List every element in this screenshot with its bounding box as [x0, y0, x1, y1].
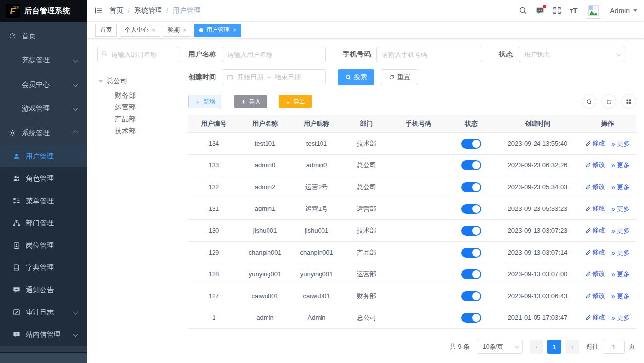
user-menu[interactable]: Admin: [610, 7, 637, 15]
cell-status: [446, 220, 496, 242]
menu-tree-icon: [13, 197, 20, 205]
status-select[interactable]: 用户状态: [519, 47, 625, 62]
status-toggle[interactable]: [461, 139, 481, 149]
next-page-button[interactable]: ›: [565, 340, 579, 354]
sidebar-item-system[interactable]: 系统管理: [0, 121, 87, 145]
more-link[interactable]: 更多: [611, 205, 630, 213]
cell-dept: 财务部: [342, 285, 390, 307]
edit-link[interactable]: 修改: [586, 291, 605, 300]
reset-button[interactable]: 重置: [381, 69, 418, 85]
sidebar-item-game[interactable]: 游戏管理: [0, 97, 87, 121]
sidebar-item-member[interactable]: 会员中心: [0, 72, 87, 97]
date-range-picker[interactable]: 开始日期 结束日期: [222, 69, 326, 85]
dept-tree: 总公司 财务部 运营部 产品部 技术部: [97, 75, 179, 137]
breadcrumb-current: 用户管理: [173, 6, 201, 15]
more-link[interactable]: 更多: [611, 139, 630, 148]
sidebar-item-mail-mgmt[interactable]: 站内信管理: [0, 323, 87, 346]
more-link[interactable]: 更多: [611, 270, 630, 279]
tree-node-finance[interactable]: 财务部: [97, 89, 179, 101]
status-toggle[interactable]: [461, 248, 481, 258]
tree-expand-icon[interactable]: [98, 80, 103, 83]
sidebar-item-menu-mgmt[interactable]: 菜单管理: [0, 190, 87, 212]
breadcrumb-home[interactable]: 首页: [109, 6, 123, 15]
cell-status: [446, 198, 496, 220]
breadcrumb-system[interactable]: 系统管理: [134, 6, 162, 15]
edit-link[interactable]: 修改: [586, 139, 605, 148]
tree-node-operations[interactable]: 运营部: [97, 101, 179, 113]
status-toggle[interactable]: [461, 313, 481, 323]
sidebar-item-user-mgmt[interactable]: 用户管理: [0, 145, 87, 167]
tab-user-mgmt[interactable]: 用户管理 ×: [194, 24, 241, 37]
more-link[interactable]: 更多: [611, 292, 630, 301]
tree-node-tech[interactable]: 技术部: [97, 125, 179, 137]
sidebar-collapse-bar[interactable]: [0, 352, 87, 363]
more-link[interactable]: 更多: [611, 183, 630, 192]
more-link[interactable]: 更多: [611, 248, 630, 257]
status-toggle[interactable]: [461, 291, 481, 301]
sidebar-item-role-mgmt[interactable]: 角色管理: [0, 167, 87, 190]
search-icon[interactable]: [519, 6, 527, 15]
status-toggle[interactable]: [461, 182, 481, 192]
tab-home[interactable]: 首页: [95, 24, 117, 37]
status-toggle[interactable]: [461, 160, 481, 170]
phone-input[interactable]: [376, 47, 482, 62]
add-button[interactable]: ＋ 新增: [188, 95, 221, 108]
sidebar-item-recharge[interactable]: 充提管理: [0, 48, 87, 72]
edit-link[interactable]: 修改: [586, 269, 605, 278]
chevron-down-icon: [73, 106, 78, 111]
sidebar-item-home[interactable]: 首页: [0, 24, 87, 48]
page-number-1[interactable]: 1: [547, 340, 561, 354]
edit-link[interactable]: 修改: [586, 160, 605, 169]
toggle-search-icon[interactable]: [582, 94, 596, 109]
search-button[interactable]: 搜索: [338, 69, 374, 85]
sidebar-item-audit-log[interactable]: 审计日志: [0, 301, 87, 323]
status-toggle[interactable]: [461, 269, 481, 279]
sidebar-item-notice-mgmt[interactable]: 通知公告: [0, 279, 87, 301]
edit-link[interactable]: 修改: [586, 182, 605, 191]
cell-phone: [390, 155, 446, 176]
cell-actions: 修改更多: [579, 263, 636, 285]
sidebar-item-dict-mgmt[interactable]: 字典管理: [0, 257, 87, 279]
more-link[interactable]: 更多: [611, 226, 630, 235]
edit-link[interactable]: 修改: [586, 313, 605, 322]
cell-user-id: 1: [188, 307, 239, 329]
font-size-icon[interactable]: TT: [570, 7, 577, 15]
cell-dept: 运营部: [342, 263, 390, 285]
edit-link[interactable]: 修改: [586, 226, 605, 235]
cell-user-name: jishu001: [239, 220, 291, 242]
close-icon[interactable]: ×: [183, 27, 186, 33]
goto-page-input[interactable]: [603, 340, 625, 354]
cell-user-nick: caiwu001: [291, 285, 342, 307]
export-button[interactable]: 导出: [279, 95, 312, 108]
tab-period[interactable]: 奖期 ×: [163, 24, 191, 37]
message-icon[interactable]: [536, 6, 544, 15]
col-phone: 手机号码: [390, 115, 446, 133]
sidebar-item-post-mgmt[interactable]: 岗位管理: [0, 234, 87, 257]
more-link[interactable]: 更多: [611, 313, 630, 322]
edit-link[interactable]: 修改: [586, 204, 605, 213]
tab-profile[interactable]: 个人中心 ×: [120, 24, 160, 37]
tree-node-root[interactable]: 总公司: [97, 75, 179, 87]
columns-grid-icon[interactable]: [621, 94, 636, 109]
refresh-icon[interactable]: [601, 94, 616, 109]
username-input[interactable]: [222, 47, 326, 62]
close-icon[interactable]: ×: [152, 27, 155, 33]
page-size-select[interactable]: 10条/页: [477, 340, 523, 354]
sidebar-item-dept-mgmt[interactable]: 部门管理: [0, 212, 87, 234]
dept-search-input[interactable]: [97, 47, 179, 62]
tree-node-product[interactable]: 产品部: [97, 113, 179, 125]
cell-actions: 修改更多: [579, 133, 636, 155]
close-icon[interactable]: ×: [233, 27, 236, 33]
table-row: 134test101test101技术部2023-09-24 13:55:40修…: [188, 133, 636, 155]
more-link[interactable]: 更多: [611, 161, 630, 170]
status-toggle[interactable]: [461, 204, 481, 214]
status-toggle[interactable]: [461, 226, 481, 236]
prev-page-button[interactable]: ‹: [530, 340, 543, 354]
fullscreen-icon[interactable]: [553, 6, 561, 15]
sidebar-fold-icon[interactable]: [94, 6, 103, 15]
edit-link[interactable]: 修改: [586, 248, 605, 257]
cell-phone: [390, 220, 446, 242]
avatar[interactable]: [586, 3, 601, 19]
import-button[interactable]: 导入: [234, 95, 267, 108]
breadcrumb-separator: [128, 7, 130, 15]
